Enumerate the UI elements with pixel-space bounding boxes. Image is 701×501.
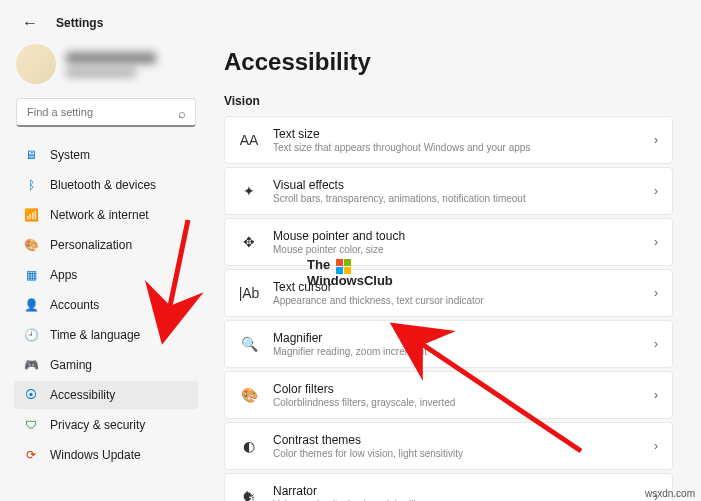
search-input[interactable]	[16, 98, 196, 127]
nav-icon: ᛒ	[24, 178, 38, 192]
nav-label: Accessibility	[50, 388, 115, 402]
nav-label: Time & language	[50, 328, 140, 342]
sidebar-item-accessibility[interactable]: ⦿Accessibility	[14, 381, 198, 409]
nav-icon: 🎨	[24, 238, 38, 252]
card-color-filters[interactable]: 🎨Color filtersColorblindness filters, gr…	[224, 371, 673, 419]
card-subtitle: Appearance and thickness, text cursor in…	[273, 295, 640, 306]
chevron-right-icon: ›	[654, 439, 658, 453]
back-button[interactable]: ←	[18, 14, 42, 32]
sidebar-item-apps[interactable]: ▦Apps	[14, 261, 198, 289]
nav-label: Bluetooth & devices	[50, 178, 156, 192]
nav-label: Windows Update	[50, 448, 141, 462]
profile-name	[66, 52, 156, 64]
card-icon: AA	[239, 132, 259, 148]
card-narrator[interactable]: 🗣NarratorVoice, verbosity, keyboard, bra…	[224, 473, 673, 501]
section-label: Vision	[224, 94, 673, 108]
card-title: Text cursor	[273, 280, 640, 294]
card-text: MagnifierMagnifier reading, zoom increme…	[273, 331, 640, 357]
card-text: Text cursorAppearance and thickness, tex…	[273, 280, 640, 306]
card-title: Text size	[273, 127, 640, 141]
sidebar-item-network-internet[interactable]: 📶Network & internet	[14, 201, 198, 229]
nav-list: 🖥SystemᛒBluetooth & devices📶Network & in…	[14, 141, 198, 471]
nav-label: Apps	[50, 268, 77, 282]
chevron-right-icon: ›	[654, 388, 658, 402]
header-title: Settings	[56, 16, 103, 30]
nav-label: Accounts	[50, 298, 99, 312]
chevron-right-icon: ›	[654, 184, 658, 198]
card-text-size[interactable]: AAText sizeText size that appears throug…	[224, 116, 673, 164]
content: Accessibility Vision AAText sizeText siz…	[206, 42, 701, 501]
card-title: Narrator	[273, 484, 640, 498]
card-text: Color filtersColorblindness filters, gra…	[273, 382, 640, 408]
sidebar-item-accounts[interactable]: 👤Accounts	[14, 291, 198, 319]
card-icon: 🗣	[239, 489, 259, 501]
nav-label: Gaming	[50, 358, 92, 372]
attribution: wsxdn.com	[645, 488, 695, 499]
chevron-right-icon: ›	[654, 235, 658, 249]
card-text: Visual effectsScroll bars, transparency,…	[273, 178, 640, 204]
search-wrap: ⌕	[16, 98, 196, 127]
nav-icon: 🎮	[24, 358, 38, 372]
nav-icon: ⦿	[24, 388, 38, 402]
header: ← Settings	[0, 0, 701, 42]
card-icon: 🔍	[239, 336, 259, 352]
nav-icon: 🕘	[24, 328, 38, 342]
page-title: Accessibility	[224, 48, 673, 76]
nav-label: Personalization	[50, 238, 132, 252]
card-mouse-pointer-and-touch[interactable]: ✥Mouse pointer and touchMouse pointer co…	[224, 218, 673, 266]
profile[interactable]	[14, 44, 198, 84]
card-text: NarratorVoice, verbosity, keyboard, brai…	[273, 484, 640, 501]
nav-icon: 🖥	[24, 148, 38, 162]
card-text: Contrast themesColor themes for low visi…	[273, 433, 640, 459]
sidebar-item-time-language[interactable]: 🕘Time & language	[14, 321, 198, 349]
card-visual-effects[interactable]: ✦Visual effectsScroll bars, transparency…	[224, 167, 673, 215]
card-icon: ✥	[239, 234, 259, 250]
sidebar: ⌕ 🖥SystemᛒBluetooth & devices📶Network & …	[0, 42, 206, 501]
sidebar-item-gaming[interactable]: 🎮Gaming	[14, 351, 198, 379]
card-subtitle: Color themes for low vision, light sensi…	[273, 448, 640, 459]
nav-label: System	[50, 148, 90, 162]
nav-icon: ▦	[24, 268, 38, 282]
search-icon: ⌕	[178, 105, 186, 120]
main-area: ⌕ 🖥SystemᛒBluetooth & devices📶Network & …	[0, 42, 701, 501]
card-title: Color filters	[273, 382, 640, 396]
card-text: Mouse pointer and touchMouse pointer col…	[273, 229, 640, 255]
sidebar-item-windows-update[interactable]: ⟳Windows Update	[14, 441, 198, 469]
chevron-right-icon: ›	[654, 133, 658, 147]
nav-icon: 🛡	[24, 418, 38, 432]
nav-label: Privacy & security	[50, 418, 145, 432]
chevron-right-icon: ›	[654, 286, 658, 300]
card-icon: |Ab	[239, 285, 259, 301]
card-title: Magnifier	[273, 331, 640, 345]
sidebar-item-bluetooth-devices[interactable]: ᛒBluetooth & devices	[14, 171, 198, 199]
cards-list: AAText sizeText size that appears throug…	[224, 116, 673, 501]
chevron-right-icon: ›	[654, 337, 658, 351]
card-text: Text sizeText size that appears througho…	[273, 127, 640, 153]
card-title: Contrast themes	[273, 433, 640, 447]
card-icon: ✦	[239, 183, 259, 199]
sidebar-item-system[interactable]: 🖥System	[14, 141, 198, 169]
card-icon: 🎨	[239, 387, 259, 403]
nav-label: Network & internet	[50, 208, 149, 222]
card-text-cursor[interactable]: |AbText cursorAppearance and thickness, …	[224, 269, 673, 317]
profile-info	[66, 52, 156, 77]
profile-email	[66, 69, 136, 77]
nav-icon: 👤	[24, 298, 38, 312]
card-subtitle: Magnifier reading, zoom increment	[273, 346, 640, 357]
card-subtitle: Text size that appears throughout Window…	[273, 142, 640, 153]
nav-icon: ⟳	[24, 448, 38, 462]
card-icon: ◐	[239, 438, 259, 454]
sidebar-item-personalization[interactable]: 🎨Personalization	[14, 231, 198, 259]
card-subtitle: Scroll bars, transparency, animations, n…	[273, 193, 640, 204]
card-subtitle: Mouse pointer color, size	[273, 244, 640, 255]
card-contrast-themes[interactable]: ◐Contrast themesColor themes for low vis…	[224, 422, 673, 470]
card-subtitle: Colorblindness filters, grayscale, inver…	[273, 397, 640, 408]
card-title: Mouse pointer and touch	[273, 229, 640, 243]
nav-icon: 📶	[24, 208, 38, 222]
card-title: Visual effects	[273, 178, 640, 192]
sidebar-item-privacy-security[interactable]: 🛡Privacy & security	[14, 411, 198, 439]
card-magnifier[interactable]: 🔍MagnifierMagnifier reading, zoom increm…	[224, 320, 673, 368]
avatar	[16, 44, 56, 84]
